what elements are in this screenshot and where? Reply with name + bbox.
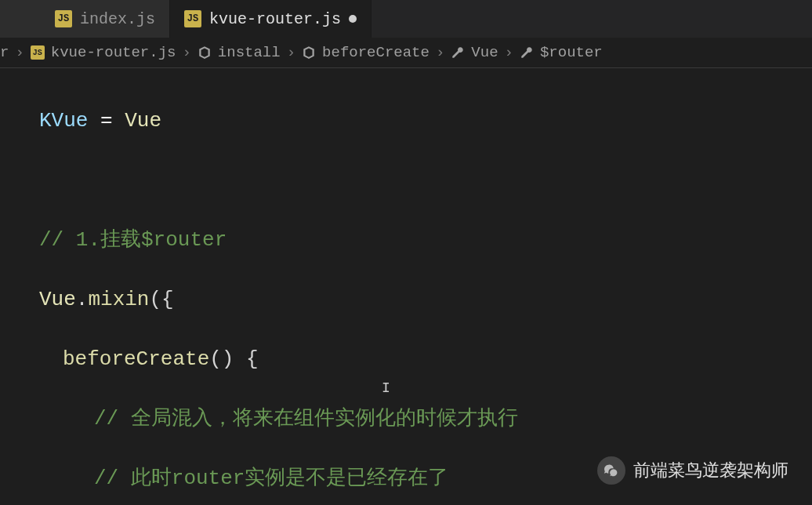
tab-index-js[interactable]: JS index.js xyxy=(0,0,170,38)
code-line: // 1.挂载$router xyxy=(16,225,812,255)
chevron-right-icon: › xyxy=(182,44,190,61)
chevron-right-icon: › xyxy=(287,44,295,61)
property-icon xyxy=(520,45,534,60)
breadcrumb-symbol-router[interactable]: $router xyxy=(520,44,603,61)
js-file-icon: JS xyxy=(31,45,45,60)
code-line xyxy=(16,165,812,195)
modified-indicator-icon xyxy=(349,15,357,23)
breadcrumb-symbol-vue[interactable]: Vue xyxy=(451,44,498,61)
tab-kvue-router-js[interactable]: JS kvue-router.js xyxy=(170,0,372,38)
module-icon xyxy=(302,45,316,60)
code-line: KVue = Vue xyxy=(16,106,812,136)
js-file-icon: JS xyxy=(55,10,72,27)
module-icon xyxy=(198,45,212,60)
code-line: // 全局混入，将来在组件实例化的时候才执行 xyxy=(16,404,812,434)
chevron-right-icon: › xyxy=(505,44,513,61)
js-file-icon: JS xyxy=(184,10,201,27)
watermark-text: 前端菜鸟逆袭架构师 xyxy=(633,459,788,482)
code-line: beforeCreate() { xyxy=(16,344,812,374)
tab-bar: JS index.js JS kvue-router.js xyxy=(0,0,812,38)
watermark: 前端菜鸟逆袭架构师 xyxy=(597,456,788,485)
breadcrumb-symbol-beforecreate[interactable]: beforeCreate xyxy=(302,44,430,61)
wechat-icon xyxy=(597,456,625,485)
breadcrumb-file[interactable]: JS kvue-router.js xyxy=(31,44,176,61)
code-editor[interactable]: KVue = Vue // 1.挂载$router Vue.mixin({ be… xyxy=(0,68,812,505)
breadcrumb-truncated: r xyxy=(0,44,9,61)
tab-label: kvue-router.js xyxy=(209,10,341,28)
chevron-right-icon: › xyxy=(436,44,444,61)
breadcrumb-symbol-install[interactable]: install xyxy=(198,44,281,61)
text-cursor-icon: I xyxy=(382,380,390,396)
breadcrumb: r › JS kvue-router.js › install › before… xyxy=(0,38,812,68)
chevron-right-icon: › xyxy=(15,44,24,61)
tab-label: index.js xyxy=(80,10,155,28)
code-line: Vue.mixin({ xyxy=(16,285,812,314)
property-icon xyxy=(451,45,465,60)
